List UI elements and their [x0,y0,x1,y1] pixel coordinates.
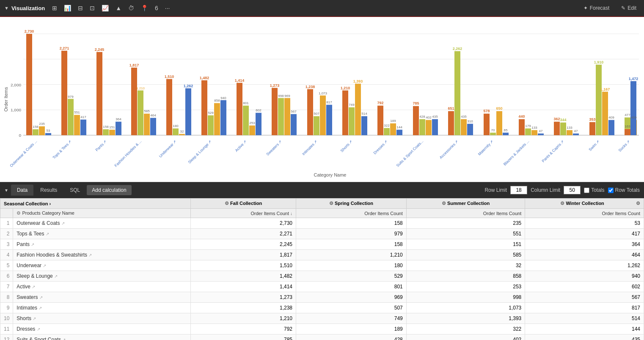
category-name-cell: Underwear ↗ [13,260,191,271]
bar-group-4: 1,817 1,210 585 464 Fashion Hoodies & ..… [114,63,157,168]
area-chart-icon[interactable]: ▲ [113,3,124,13]
category-name-cell: Outerwear & Coats ↗ [13,218,191,229]
chevron-right-icon: › [50,201,51,206]
svg-text:1,510: 1,510 [165,75,174,79]
line-chart-icon[interactable]: 📈 [99,3,111,13]
svg-rect-117 [467,124,473,135]
svg-rect-96 [377,105,383,135]
svg-text:749: 749 [349,103,355,107]
spring-count-header[interactable]: Order Items Count [296,209,407,218]
trend-icon: ↗ [37,327,40,332]
svg-text:1,393: 1,393 [353,79,363,83]
svg-text:969: 969 [284,94,290,98]
winter-count-cell: 940 [525,271,644,282]
svg-rect-114 [448,111,454,135]
more-icon[interactable]: ··· [163,3,172,13]
winter-count-cell: 567 [525,292,644,303]
svg-text:364: 364 [116,117,121,121]
svg-text:1,238: 1,238 [305,85,315,89]
fall-count-cell: 1,510 [191,260,296,271]
totals-checkbox[interactable] [584,188,589,193]
svg-rect-7 [33,129,39,135]
svg-rect-151 [596,65,602,135]
gauge-icon[interactable]: ⏱ [126,3,136,13]
table-header-row-1: Seasonal Collection › ⚙ Fall Collection … [0,199,644,209]
row-limit-input[interactable] [510,186,527,194]
gear-icon-spring[interactable]: ⚙ [329,201,333,206]
pivot-icon[interactable]: ⊟ [76,3,85,13]
svg-text:235: 235 [39,122,45,126]
svg-text:2,262: 2,262 [453,47,462,51]
add-calculation-button[interactable]: Add calculation [87,185,131,195]
scatter-icon[interactable]: ⊡ [88,3,97,13]
gear-icon-fall[interactable]: ⚙ [225,201,229,206]
bar-chart-icon[interactable]: 📊 [62,3,73,13]
svg-rect-144 [573,133,579,135]
svg-text:151: 151 [109,125,115,129]
number-icon[interactable]: 6 [153,3,160,13]
category-name-cell: Active ↗ [13,282,191,292]
svg-rect-132 [519,119,525,135]
spring-count-cell: 180 [296,260,407,271]
col-limit-input[interactable] [564,186,581,194]
edit-icon: ✎ [621,5,625,11]
svg-rect-44 [179,134,185,135]
svg-text:464: 464 [150,113,156,117]
data-tabs: ▼ Data Results SQL Add calculation Row L… [0,182,644,198]
svg-text:Active ↗: Active ↗ [234,139,248,153]
svg-text:189: 189 [390,119,396,123]
svg-text:Swim ↗: Swim ↗ [588,139,600,152]
svg-rect-26 [109,130,115,135]
category-name-cell: Shorts ↗ [13,313,191,324]
gear-icon-cat[interactable]: ⚙ [17,210,21,216]
winter-count-cell: 435 [525,334,644,340]
bar-group-11: 792 322 189 144 Dresses ↗ [373,101,403,155]
table-row: 5 Underwear ↗ 1,510 180 32 1,262 [0,260,644,271]
forecast-button[interactable]: ✦ Forecast [580,3,613,13]
svg-rect-18 [80,119,86,135]
fall-count-cell: 2,730 [191,218,296,229]
row-totals-checkbox[interactable] [608,188,614,193]
svg-rect-33 [131,68,137,135]
svg-text:144: 144 [396,125,402,129]
svg-rect-34 [138,91,143,135]
svg-rect-80 [320,96,326,135]
trend-icon: ↗ [39,306,42,310]
table-icon[interactable]: ⊞ [50,3,59,13]
spring-count-cell: 158 [296,218,407,229]
gear-icon-summer[interactable]: ⚙ [442,201,446,206]
bar-group-5: 1,510 180 32 1,262 Underwear ↗ [158,75,193,158]
row-number: 8 [0,292,13,303]
svg-text:180: 180 [173,124,179,128]
svg-rect-98 [390,123,396,135]
toolbar: ▼ Visualization ⊞ 📊 ⊟ ⊡ 📈 ▲ ⏱ 📍 6 ··· ✦ … [0,0,644,17]
fall-count-cell: 2,245 [191,239,296,250]
svg-text:529: 529 [208,111,214,115]
gear-icon-winter[interactable]: ⚙ [560,201,564,206]
svg-text:578: 578 [484,109,490,113]
tab-results[interactable]: Results [34,185,63,196]
y-axis-label: Order Items [3,87,8,111]
tab-data[interactable]: Data [11,185,33,196]
trend-icon: ↗ [61,221,65,226]
edit-button[interactable]: ✎ Edit [618,3,640,13]
bar-group-1: 2,730 158 235 53 Outerwear & Coats ... [9,29,51,168]
svg-text:1,482: 1,482 [200,76,209,80]
svg-rect-79 [314,116,319,135]
summer-count-header[interactable]: Order Items Count [406,209,525,218]
svg-text:1,273: 1,273 [270,83,279,88]
seasonal-collection-label: Seasonal Collection [4,201,48,206]
gear-icon-settings[interactable]: ⚙ [636,201,640,206]
seasonal-collection-header: Seasonal Collection › [0,199,191,209]
fall-count-header[interactable]: Order Items Count ↓ [191,209,296,218]
map-icon[interactable]: 📍 [139,3,150,13]
table-row: 10 Shorts ↗ 1,210 749 1,393 514 [0,313,644,324]
trend-icon: ↗ [33,316,36,321]
svg-rect-89 [355,84,361,135]
tab-sql[interactable]: SQL [64,185,86,196]
table-row: 8 Sweaters ↗ 1,273 969 998 567 [0,292,644,303]
row-num-header [0,209,13,218]
bar-group-14: 578 70 650 65 Maternity ↗ [477,106,509,156]
fall-collection-label: Fall Collection [230,201,262,206]
winter-count-header[interactable]: Order Items Count [525,209,644,218]
